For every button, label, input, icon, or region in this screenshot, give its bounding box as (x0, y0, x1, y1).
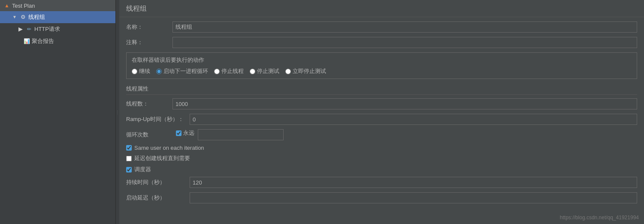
panel-title: 线程组 (119, 0, 644, 17)
same-user-row: Same user on each iteration (126, 145, 637, 151)
comment-row: 注释： (126, 37, 637, 48)
comment-input[interactable] (172, 37, 637, 48)
error-radio-group: 继续 启动下一进程循环 停止线程 停止测试 立即停止测试 (132, 67, 632, 75)
scheduler-label: 调度器 (134, 166, 151, 173)
loop-count-input[interactable] (198, 129, 284, 140)
thread-count-label: 线程数： (126, 100, 169, 108)
loop-forever-checkbox[interactable] (176, 130, 181, 136)
thread-props-title: 线程属性 (126, 83, 637, 95)
form-area: 名称： 注释： 在取样器错误后要执行的动作 继续 启动下一进程循环 (119, 17, 644, 212)
thread-count-input[interactable] (172, 98, 637, 109)
radio-stop-test-now-input[interactable] (285, 69, 291, 74)
name-label: 名称： (126, 23, 169, 31)
ramp-up-label: Ramp-Up时间（秒）： (126, 115, 186, 123)
same-user-checkbox[interactable] (126, 145, 132, 151)
sidebar-item-label: 聚合报告 (32, 37, 54, 45)
pencil-icon: ✏ (26, 26, 33, 33)
chevron-icon: ▼ (11, 14, 18, 21)
error-section-title: 在取样器错误后要执行的动作 (132, 56, 632, 64)
sidebar-item-label: Test Plan (12, 3, 35, 9)
radio-continue-input[interactable] (132, 69, 137, 74)
delay-create-checkbox[interactable] (126, 156, 132, 161)
scheduler-checkbox[interactable] (126, 167, 132, 173)
duration-label: 持续时间（秒） (126, 179, 186, 186)
sidebar-item-http-request[interactable]: ▶ ✏ HTTP请求 (0, 23, 115, 35)
delay-create-row: 延迟创建线程直到需要 (126, 154, 637, 162)
loop-forever-checkbox-label[interactable]: 永远 (176, 129, 194, 137)
comment-label: 注释： (126, 39, 169, 46)
same-user-label: Same user on each iteration (134, 145, 204, 151)
main-panel: 线程组 名称： 注释： 在取样器错误后要执行的动作 继续 启动下一进程循环 (119, 0, 644, 224)
radio-stop-thread[interactable]: 停止线程 (214, 67, 244, 75)
name-input[interactable] (172, 21, 637, 33)
loop-forever-label: 永远 (183, 129, 194, 137)
radio-stop-test-label: 停止测试 (257, 67, 279, 75)
gear-icon: ⚙ (20, 14, 27, 21)
name-row: 名称： (126, 21, 637, 33)
sidebar-item-test-plan[interactable]: ▲ Test Plan (0, 0, 115, 11)
ramp-up-input[interactable] (190, 114, 637, 125)
ramp-up-row: Ramp-Up时间（秒）： (126, 114, 637, 125)
watermark: https://blog.csdn.net/qq_41921994 (560, 215, 639, 221)
sidebar-item-label: HTTP请求 (34, 25, 60, 33)
radio-continue-label: 继续 (139, 67, 150, 75)
radio-next-loop[interactable]: 启动下一进程循环 (156, 67, 208, 75)
radio-stop-thread-input[interactable] (214, 69, 220, 74)
thread-count-row: 线程数： (126, 98, 637, 109)
error-action-section: 在取样器错误后要执行的动作 继续 启动下一进程循环 停止线程 停止测试 (126, 52, 637, 79)
radio-stop-test[interactable]: 停止测试 (250, 67, 279, 75)
radio-next-loop-input[interactable] (156, 69, 162, 74)
duration-row: 持续时间（秒） (126, 177, 637, 188)
startup-delay-label: 启动延迟（秒） (126, 194, 186, 202)
loop-count-row: 循环次数 永远 (126, 129, 637, 140)
sidebar-item-aggregate-report[interactable]: 📊 聚合报告 (0, 35, 115, 47)
sidebar-item-thread-group[interactable]: ▼ ⚙ 线程组 (0, 11, 115, 23)
sidebar: ▲ Test Plan ▼ ⚙ 线程组 ▶ ✏ HTTP请求 📊 聚合报告 (0, 0, 116, 224)
sidebar-item-label: 线程组 (28, 13, 45, 21)
radio-stop-thread-label: 停止线程 (221, 67, 244, 75)
radio-next-loop-label: 启动下一进程循环 (163, 67, 208, 75)
arrow-icon: ▶ (17, 26, 24, 33)
radio-continue[interactable]: 继续 (132, 67, 150, 75)
scheduler-row: 调度器 (126, 166, 637, 173)
delay-create-label: 延迟创建线程直到需要 (134, 154, 190, 162)
radio-stop-test-now-label: 立即停止测试 (293, 67, 326, 75)
duration-input[interactable] (190, 177, 637, 188)
chart-icon: 📊 (23, 38, 30, 45)
startup-delay-row: 启动延迟（秒） (126, 192, 637, 203)
loop-label: 循环次数 (126, 131, 169, 139)
startup-delay-input[interactable] (190, 192, 637, 203)
radio-stop-test-now[interactable]: 立即停止测试 (285, 67, 326, 75)
triangle-icon: ▲ (3, 2, 10, 9)
resize-handle[interactable]: ⋮ (116, 0, 119, 224)
radio-stop-test-input[interactable] (250, 69, 255, 74)
